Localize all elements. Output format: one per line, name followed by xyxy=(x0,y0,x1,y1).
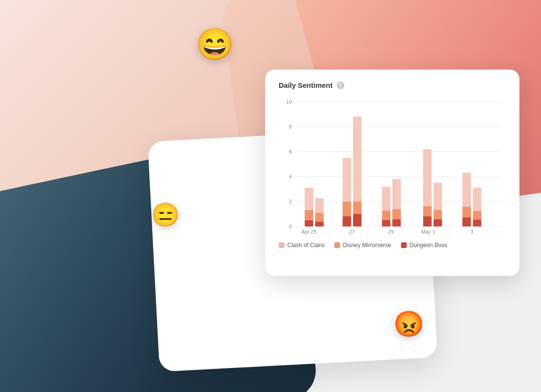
legend-item-disney: Disney Mirrorverse xyxy=(334,242,391,249)
legend-dot-clash xyxy=(279,242,284,248)
svg-text:27: 27 xyxy=(349,229,355,235)
chart-header: Daily Sentiment ? xyxy=(279,81,506,89)
happy-emoji: 😄 xyxy=(196,26,234,62)
svg-rect-12 xyxy=(305,220,313,226)
svg-text:3: 3 xyxy=(470,229,473,235)
svg-text:10: 10 xyxy=(286,99,292,105)
svg-rect-35 xyxy=(434,183,442,210)
svg-text:Apr 25: Apr 25 xyxy=(301,229,317,235)
chart-card: Daily Sentiment ? 10 8 6 4 2 0 xyxy=(265,70,519,276)
svg-rect-21 xyxy=(353,214,362,226)
svg-text:8: 8 xyxy=(289,124,292,130)
svg-rect-26 xyxy=(382,187,390,211)
legend-label-dungeon: Dungeon Boss xyxy=(410,242,447,249)
svg-rect-20 xyxy=(342,158,351,202)
help-icon[interactable]: ? xyxy=(337,82,344,89)
svg-rect-23 xyxy=(353,117,362,202)
chart-title: Daily Sentiment xyxy=(279,81,333,89)
angry-emoji: 😡 xyxy=(393,309,424,339)
svg-rect-17 xyxy=(315,198,324,213)
svg-rect-31 xyxy=(423,206,432,216)
svg-rect-13 xyxy=(305,210,313,220)
svg-rect-14 xyxy=(305,188,313,210)
legend-item-clash: Clash of Clans xyxy=(279,242,325,249)
svg-text:May 1: May 1 xyxy=(421,229,435,235)
svg-rect-32 xyxy=(423,149,432,206)
svg-rect-36 xyxy=(462,217,471,226)
legend-item-dungeon: Dungeon Boss xyxy=(401,242,447,249)
svg-rect-33 xyxy=(434,219,442,226)
svg-rect-15 xyxy=(315,222,324,226)
svg-rect-38 xyxy=(462,173,471,207)
neutral-emoji: 😑 xyxy=(151,202,180,228)
legend-label-disney: Disney Mirrorverse xyxy=(343,242,391,249)
svg-rect-41 xyxy=(473,188,482,211)
chart-svg: 10 8 6 4 2 0 xyxy=(279,97,506,236)
svg-rect-40 xyxy=(473,211,482,220)
svg-rect-25 xyxy=(382,211,390,220)
svg-text:2: 2 xyxy=(289,199,292,204)
svg-text:6: 6 xyxy=(289,149,292,154)
svg-text:29: 29 xyxy=(388,229,394,235)
legend-label-clash: Clash of Clans xyxy=(287,242,325,249)
svg-rect-37 xyxy=(462,207,471,217)
chart-legend: Clash of Clans Disney Mirrorverse Dungeo… xyxy=(279,242,506,249)
chart-area: 10 8 6 4 2 0 xyxy=(279,97,506,236)
svg-rect-30 xyxy=(423,216,432,226)
svg-rect-18 xyxy=(342,216,351,226)
svg-rect-34 xyxy=(434,210,442,219)
legend-dot-disney xyxy=(334,242,340,248)
svg-text:4: 4 xyxy=(289,174,292,179)
svg-rect-39 xyxy=(473,220,482,226)
svg-rect-24 xyxy=(382,220,390,226)
svg-rect-27 xyxy=(392,219,401,226)
svg-rect-29 xyxy=(392,179,401,209)
svg-rect-16 xyxy=(315,213,324,222)
svg-rect-19 xyxy=(342,202,351,216)
svg-rect-22 xyxy=(353,202,362,214)
legend-dot-dungeon xyxy=(401,242,407,248)
svg-text:0: 0 xyxy=(289,224,292,229)
svg-rect-28 xyxy=(392,209,401,219)
